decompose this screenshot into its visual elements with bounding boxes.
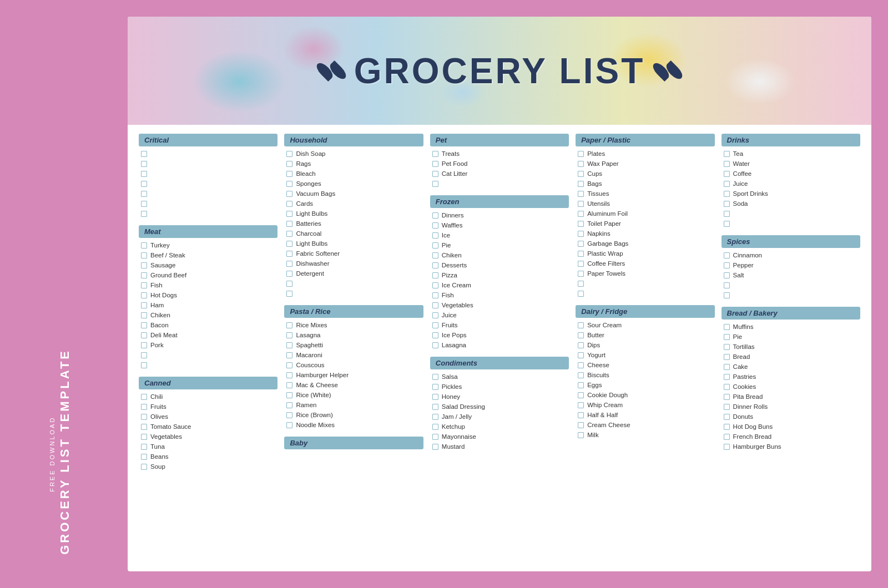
checkbox[interactable] [578,151,584,157]
checkbox[interactable] [432,151,438,157]
checkbox[interactable] [141,424,147,430]
checkbox[interactable] [724,324,730,330]
checkbox[interactable] [286,261,292,267]
checkbox[interactable] [141,252,147,258]
checkbox[interactable] [286,171,292,177]
checkbox[interactable] [286,241,292,247]
checkbox[interactable] [578,271,584,277]
checkbox[interactable] [724,282,730,288]
checkbox[interactable] [432,222,438,229]
checkbox[interactable] [141,362,147,368]
checkbox[interactable] [432,232,438,239]
checkbox[interactable] [141,454,147,460]
checkbox[interactable] [141,201,147,207]
checkbox[interactable] [141,312,147,318]
checkbox[interactable] [286,422,292,428]
checkbox[interactable] [432,262,438,268]
checkbox[interactable] [724,161,730,167]
checkbox[interactable] [286,271,292,277]
checkbox[interactable] [724,334,730,340]
checkbox[interactable] [578,201,584,207]
checkbox[interactable] [578,432,584,438]
checkbox[interactable] [286,181,292,187]
checkbox[interactable] [578,211,584,217]
checkbox[interactable] [578,392,584,398]
checkbox[interactable] [724,171,730,177]
checkbox[interactable] [578,171,584,177]
checkbox[interactable] [432,404,438,410]
checkbox[interactable] [432,272,438,278]
checkbox[interactable] [578,181,584,187]
checkbox[interactable] [286,161,292,167]
checkbox[interactable] [578,191,584,197]
checkbox[interactable] [141,211,147,217]
checkbox[interactable] [724,424,730,430]
checkbox[interactable] [432,312,438,318]
checkbox[interactable] [724,211,730,217]
checkbox[interactable] [286,372,292,378]
checkbox[interactable] [432,161,438,167]
checkbox[interactable] [286,281,292,287]
checkbox[interactable] [141,181,147,187]
checkbox[interactable] [141,342,147,348]
checkbox[interactable] [578,291,584,297]
checkbox[interactable] [141,242,147,249]
checkbox[interactable] [286,201,292,207]
checkbox[interactable] [432,374,438,380]
checkbox[interactable] [578,322,584,328]
checkbox[interactable] [432,342,438,348]
checkbox[interactable] [286,291,292,297]
checkbox[interactable] [578,402,584,408]
checkbox[interactable] [432,242,438,249]
checkbox[interactable] [724,292,730,298]
checkbox[interactable] [724,364,730,370]
checkbox[interactable] [724,374,730,380]
checkbox[interactable] [141,302,147,308]
checkbox[interactable] [141,262,147,268]
checkbox[interactable] [141,394,147,400]
checkbox[interactable] [724,201,730,207]
checkbox[interactable] [141,171,147,177]
checkbox[interactable] [724,181,730,187]
checkbox[interactable] [141,272,147,278]
checkbox[interactable] [724,434,730,440]
checkbox[interactable] [141,161,147,167]
checkbox[interactable] [724,394,730,400]
checkbox[interactable] [286,382,292,388]
checkbox[interactable] [432,181,438,187]
checkbox[interactable] [578,422,584,428]
checkbox[interactable] [141,322,147,328]
checkbox[interactable] [432,414,438,420]
checkbox[interactable] [432,302,438,308]
checkbox[interactable] [578,412,584,418]
checkbox[interactable] [578,362,584,368]
checkbox[interactable] [578,352,584,358]
checkbox[interactable] [724,252,730,258]
checkbox[interactable] [578,382,584,388]
checkbox[interactable] [724,262,730,268]
checkbox[interactable] [286,402,292,408]
checkbox[interactable] [141,191,147,197]
checkbox[interactable] [286,251,292,257]
checkbox[interactable] [578,161,584,167]
checkbox[interactable] [432,322,438,328]
checkbox[interactable] [141,282,147,288]
checkbox[interactable] [141,332,147,338]
checkbox[interactable] [286,191,292,197]
checkbox[interactable] [432,292,438,298]
checkbox[interactable] [724,272,730,278]
checkbox[interactable] [432,384,438,390]
checkbox[interactable] [286,221,292,227]
checkbox[interactable] [141,292,147,298]
checkbox[interactable] [286,392,292,398]
checkbox[interactable] [141,151,147,157]
checkbox[interactable] [286,211,292,217]
checkbox[interactable] [432,332,438,338]
checkbox[interactable] [432,171,438,177]
checkbox[interactable] [578,231,584,237]
checkbox[interactable] [578,261,584,267]
checkbox[interactable] [432,282,438,288]
checkbox[interactable] [724,221,730,227]
checkbox[interactable] [141,464,147,470]
checkbox[interactable] [286,342,292,348]
